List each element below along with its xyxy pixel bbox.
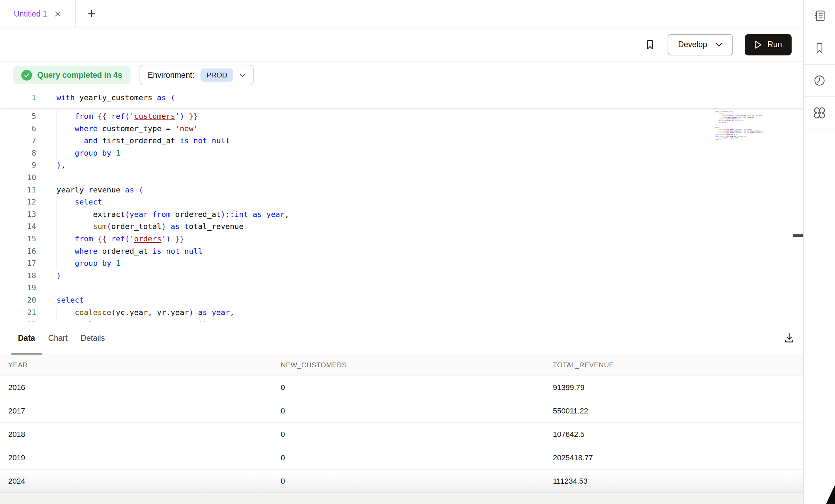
line-number: 15 <box>0 233 36 245</box>
table-cell: 2016 <box>8 383 281 392</box>
sidebar-item-dbt[interactable] <box>804 97 835 129</box>
column-header-year: YEAR <box>8 361 281 369</box>
environment-selector[interactable]: Environment: PROD <box>140 65 254 85</box>
table-cell: 0 <box>281 383 553 392</box>
sidebar-item-notebook[interactable] <box>804 0 835 32</box>
code-line-22[interactable]: 22 coalesce(yc.new_customers, 0) as new_… <box>0 318 803 322</box>
tab-details[interactable]: Details <box>74 322 111 354</box>
query-status-pill: Query completed in 4s <box>13 66 131 84</box>
table-cell: 91399.79 <box>553 383 803 392</box>
table-row[interactable]: 2016091399.79 <box>0 376 803 399</box>
table-row[interactable]: 20180107642.5 <box>0 423 803 446</box>
line-number: 18 <box>0 270 36 282</box>
code-line-5[interactable]: 5 from {{ ref('customers') }} <box>0 110 803 123</box>
tab-close-button[interactable] <box>54 10 61 18</box>
code-line-13[interactable]: 13 extract(year from ordered_at)::int as… <box>0 208 803 221</box>
scrollbar-thumb[interactable] <box>793 234 803 237</box>
tab-untitled-1[interactable]: Untitled 1 <box>0 0 76 28</box>
code-line-19[interactable]: 19 <box>0 282 803 294</box>
table-cell: 0 <box>281 430 553 439</box>
code-line-12[interactable]: 12 select <box>0 196 803 208</box>
line-number: 12 <box>0 196 36 208</box>
line-number: 13 <box>0 208 36 221</box>
develop-button[interactable]: Develop <box>668 34 733 55</box>
results-tabs: Data Chart Details <box>0 322 803 354</box>
history-clock-icon <box>813 74 826 87</box>
code-line-8[interactable]: 8 group by 1 <box>0 147 803 159</box>
play-icon <box>754 40 762 49</box>
column-header-new-customers: NEW_CUSTOMERS <box>281 361 553 369</box>
close-icon <box>54 10 61 18</box>
code-line-17[interactable]: 17 group by 1 <box>0 257 803 270</box>
table-row[interactable]: 201902025418.77 <box>0 446 803 470</box>
table-cell: 2024 <box>8 477 281 486</box>
results-panel: Data Chart Details YEAR NEW_CUSTOMERS TO… <box>0 322 803 504</box>
main-column: Untitled 1 Develop Run <box>0 0 803 504</box>
line-number: 1 <box>0 88 36 108</box>
run-label: Run <box>767 40 782 49</box>
table-cell: 2019 <box>8 453 281 462</box>
table-cell: 111234.53 <box>553 477 803 486</box>
line-number: 22 <box>0 318 36 322</box>
line-number: 11 <box>0 184 36 196</box>
dbt-star-icon <box>812 106 827 120</box>
line-number: 14 <box>0 220 36 233</box>
new-tab-button[interactable] <box>87 9 96 19</box>
tab-data[interactable]: Data <box>11 322 42 354</box>
code-line-9[interactable]: 9), <box>0 159 803 171</box>
toolbar: Develop Run <box>0 28 803 62</box>
download-icon <box>783 331 796 344</box>
app-window: Untitled 1 Develop Run <box>0 0 835 504</box>
sidebar-item-bookmarks[interactable] <box>804 32 835 65</box>
code-line-20[interactable]: 20select <box>0 294 803 306</box>
tab-bar: Untitled 1 <box>0 0 803 28</box>
code-line-15[interactable]: 15 from {{ ref('orders') }} <box>0 233 803 245</box>
plus-icon <box>87 9 96 19</box>
bookmark-icon <box>813 41 826 55</box>
code-line-16[interactable]: 16 where ordered_at is not null <box>0 245 803 258</box>
code-line-11[interactable]: 11yearly_revenue as ( <box>0 184 803 196</box>
bookmark-icon <box>644 38 656 51</box>
sidebar-item-history[interactable] <box>804 65 835 97</box>
table-cell: 0 <box>281 477 553 486</box>
sticky-line-content: with yearly_customers as ( <box>56 88 175 108</box>
table-cell: 0 <box>281 453 553 462</box>
line-number: 20 <box>0 294 36 306</box>
code-line-21[interactable]: 21 coalesce(yc.year, yr.year) as year, <box>0 306 803 319</box>
develop-label: Develop <box>678 40 707 49</box>
right-sidebar <box>803 0 835 504</box>
bookmark-button[interactable] <box>644 38 656 51</box>
query-status-text: Query completed in 4s <box>37 71 122 80</box>
table-cell: 2017 <box>8 407 281 416</box>
bottom-scrollbar-track[interactable] <box>0 492 803 504</box>
table-cell: 2025418.77 <box>553 453 803 462</box>
code-line-7[interactable]: 7 and first_ordered_at is not null <box>0 135 803 147</box>
environment-label: Environment: <box>148 71 195 80</box>
resize-grip[interactable] <box>826 485 835 504</box>
code-line-14[interactable]: 14 sum(order_total) as total_revenue <box>0 220 803 233</box>
check-icon <box>21 70 32 81</box>
code-line-6[interactable]: 6 where customer_type = 'new' <box>0 123 803 135</box>
sticky-line[interactable]: 1 with yearly_customers as ( <box>0 88 803 108</box>
column-header-total-revenue: TOTAL_REVENUE <box>553 361 803 369</box>
status-bar: Query completed in 4s Environment: PROD <box>0 62 803 88</box>
line-number: 21 <box>0 306 36 319</box>
line-number: 16 <box>0 245 36 258</box>
table-header: YEAR NEW_CUSTOMERS TOTAL_REVENUE <box>0 354 803 376</box>
table-cell: 0 <box>281 407 553 416</box>
table-cell: 107642.5 <box>553 430 803 439</box>
run-button[interactable]: Run <box>745 34 792 55</box>
chevron-down-icon <box>715 42 723 47</box>
code-editor[interactable]: 5 from {{ ref('customers') }}6 where cus… <box>0 88 803 322</box>
code-line-18[interactable]: 18) <box>0 270 803 282</box>
download-button[interactable] <box>783 331 796 344</box>
tab-chart[interactable]: Chart <box>42 322 74 354</box>
line-number: 19 <box>0 282 36 294</box>
line-number: 10 <box>0 171 36 184</box>
table-row[interactable]: 20240111234.53 <box>0 470 803 493</box>
code-line-10[interactable]: 10 <box>0 171 803 184</box>
environment-chevron-icon <box>239 73 246 77</box>
notebook-icon <box>813 9 826 23</box>
line-number: 17 <box>0 257 36 270</box>
table-row[interactable]: 20170550011.22 <box>0 399 803 423</box>
